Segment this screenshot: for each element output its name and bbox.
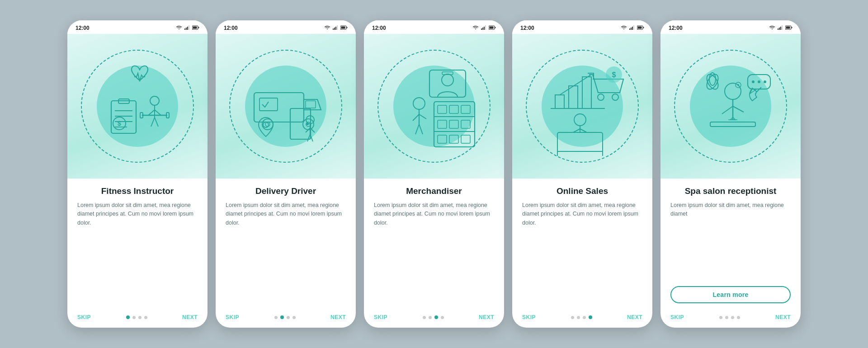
text-area-spa: Spa salon receptionist Lorem ipsum dolor…: [660, 179, 801, 310]
online-sales-icon-svg: $: [533, 56, 632, 156]
dot-2: [429, 316, 432, 319]
learn-more-button[interactable]: Learn more: [670, 286, 791, 303]
text-area-merchandiser: Merchandiser Lorem ipsum dolor sit dim a…: [364, 179, 504, 310]
svg-point-15: [150, 96, 159, 105]
svg-rect-66: [438, 135, 447, 143]
svg-line-73: [415, 124, 419, 134]
status-bar-merchandiser: 12:00: [364, 20, 504, 34]
status-time-online-sales: 12:00: [520, 25, 534, 31]
svg-rect-5: [198, 27, 199, 28]
card-body-online-sales: Lorem ipsum dolor sit dim amet, mea regi…: [522, 201, 642, 305]
svg-rect-76: [631, 28, 632, 30]
next-button-merchandiser[interactable]: NEXT: [479, 314, 494, 320]
svg-rect-100: [780, 27, 781, 30]
delivery-icon-svg: [236, 56, 335, 156]
svg-point-69: [413, 98, 425, 109]
text-area-fitness: Fitness Instructor Lorem ipsum dolor sit…: [67, 179, 208, 310]
dot-1: [719, 316, 722, 319]
skip-button-fitness[interactable]: SKIP: [77, 314, 91, 320]
phone-bottom-merchandiser: SKIP NEXT: [364, 310, 504, 328]
signal-icon: [481, 25, 486, 31]
next-button-fitness[interactable]: NEXT: [182, 314, 198, 320]
next-button-online-sales[interactable]: NEXT: [627, 314, 642, 320]
status-icons-delivery: [324, 25, 348, 31]
svg-rect-84: [569, 86, 578, 108]
illustration-delivery: [216, 34, 356, 179]
dot-1: [274, 316, 278, 319]
dot-3: [434, 315, 438, 319]
signal-icon: [184, 25, 190, 31]
next-button-spa[interactable]: NEXT: [775, 314, 791, 320]
card-body-spa: Lorem ipsum dolor sit dim amet, mea regi…: [670, 201, 791, 282]
dot-2: [280, 315, 284, 319]
skip-button-spa[interactable]: SKIP: [670, 314, 684, 320]
card-body-merchandiser: Lorem ipsum dolor sit dim amet, mea regi…: [374, 201, 494, 305]
svg-rect-104: [786, 27, 790, 29]
fitness-icon-svg: $: [88, 56, 187, 156]
status-time-spa: 12:00: [669, 25, 683, 31]
status-icons-spa: [769, 25, 793, 31]
next-button-delivery[interactable]: NEXT: [330, 314, 346, 320]
svg-line-20: [148, 110, 155, 115]
svg-rect-2: [187, 27, 188, 30]
svg-rect-80: [643, 27, 644, 28]
dots-nav-fitness: [126, 315, 147, 319]
status-time-merchandiser: 12:00: [372, 25, 386, 31]
svg-rect-62: [461, 105, 470, 113]
svg-rect-52: [495, 27, 496, 28]
illustration-fitness: $: [67, 34, 208, 179]
dot-1: [126, 315, 130, 319]
dot-4: [737, 316, 740, 319]
phone-bottom-delivery: SKIP NEXT: [216, 310, 356, 328]
svg-line-112: [722, 106, 733, 114]
status-bar-spa: 12:00: [660, 20, 801, 34]
phone-bottom-spa: SKIP NEXT: [660, 310, 801, 328]
svg-rect-31: [254, 93, 304, 122]
phone-delivery: 12:00: [216, 20, 356, 328]
wifi-icon: [324, 25, 330, 31]
svg-point-120: [764, 80, 766, 83]
skip-button-online-sales[interactable]: SKIP: [522, 314, 536, 320]
dots-nav-delivery: [274, 315, 296, 319]
svg-line-86: [560, 75, 591, 95]
dot-4: [589, 315, 592, 319]
dot-4: [441, 316, 444, 319]
wifi-icon: [472, 25, 479, 31]
dots-nav-online-sales: [571, 315, 592, 319]
svg-line-96: [573, 129, 580, 132]
battery-icon: [489, 25, 496, 31]
battery-icon: [637, 25, 644, 31]
svg-rect-92: [557, 132, 603, 156]
dots-nav-merchandiser: [423, 315, 444, 319]
svg-point-119: [758, 80, 760, 83]
dot-3: [583, 316, 586, 319]
status-icons-online-sales: [621, 25, 644, 31]
phone-bottom-online-sales: SKIP NEXT: [512, 310, 652, 328]
svg-rect-83: [555, 95, 564, 108]
svg-line-71: [413, 114, 419, 121]
svg-rect-68: [461, 135, 470, 143]
svg-line-45: [307, 134, 310, 141]
status-icons-fitness: [176, 25, 199, 31]
card-title-delivery: Delivery Driver: [226, 186, 346, 197]
svg-line-22: [151, 118, 155, 127]
card-body-delivery: Lorem ipsum dolor sit dim amet, mea regi…: [226, 201, 346, 305]
svg-point-107: [709, 73, 716, 85]
phone-content-fitness: $: [67, 34, 208, 310]
svg-line-97: [580, 129, 587, 132]
skip-button-delivery[interactable]: SKIP: [226, 314, 239, 320]
svg-line-23: [155, 118, 158, 127]
svg-rect-63: [438, 120, 447, 128]
svg-line-74: [419, 124, 423, 134]
signal-icon: [629, 25, 635, 31]
skip-button-merchandiser[interactable]: SKIP: [374, 314, 387, 320]
svg-rect-29: [347, 27, 348, 28]
svg-point-88: [612, 94, 618, 100]
dot-2: [577, 316, 580, 319]
svg-point-106: [704, 72, 720, 91]
svg-rect-57: [434, 102, 475, 147]
svg-rect-77: [632, 27, 633, 30]
svg-rect-114: [710, 122, 755, 127]
svg-rect-24: [333, 28, 334, 30]
svg-rect-50: [485, 25, 486, 30]
